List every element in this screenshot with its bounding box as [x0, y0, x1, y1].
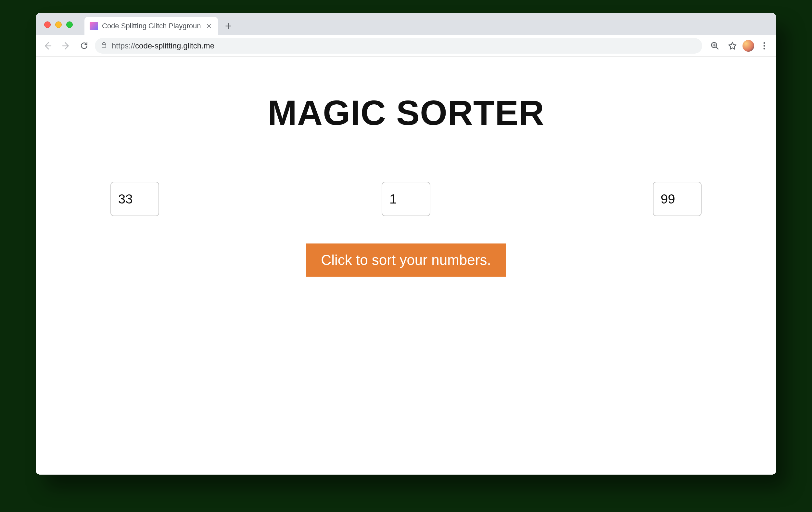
zoom-indicator-button[interactable] — [707, 38, 722, 53]
number-inputs-row — [110, 182, 702, 216]
url-scheme: https:// — [112, 41, 135, 50]
new-tab-button[interactable] — [221, 19, 235, 33]
svg-point-1 — [763, 42, 765, 44]
page-content: MAGIC SORTER Click to sort your numbers. — [36, 57, 776, 475]
url-text: https://code-splitting.glitch.me — [112, 41, 214, 50]
browser-toolbar: https://code-splitting.glitch.me — [36, 35, 776, 57]
magnifier-plus-icon — [710, 41, 720, 51]
close-icon — [206, 23, 212, 29]
number-input-1[interactable] — [110, 182, 159, 216]
reload-icon — [79, 41, 89, 51]
svg-point-2 — [763, 45, 765, 47]
browser-tab[interactable]: Code Splitting Glitch Playgroun — [84, 17, 218, 35]
tab-close-button[interactable] — [205, 22, 213, 30]
forward-button[interactable] — [58, 38, 74, 53]
url-host: code-splitting.glitch.me — [135, 41, 214, 50]
number-input-2[interactable] — [382, 182, 430, 216]
toolbar-right — [707, 38, 772, 53]
window-close-button[interactable] — [44, 22, 51, 28]
address-bar[interactable]: https://code-splitting.glitch.me — [95, 38, 702, 54]
bookmark-button[interactable] — [725, 38, 740, 53]
browser-window: Code Splitting Glitch Playgroun — [36, 13, 776, 475]
window-zoom-button[interactable] — [66, 22, 73, 28]
sort-button[interactable]: Click to sort your numbers. — [306, 243, 506, 277]
star-icon — [728, 41, 737, 51]
kebab-menu-button[interactable] — [757, 38, 772, 53]
back-button[interactable] — [40, 38, 55, 53]
dots-vertical-icon — [759, 41, 769, 51]
page-title: MAGIC SORTER — [268, 92, 544, 133]
arrow-right-icon — [61, 41, 71, 51]
arrow-left-icon — [43, 41, 53, 51]
tab-favicon — [90, 22, 98, 30]
number-input-3[interactable] — [653, 182, 702, 216]
profile-avatar[interactable] — [743, 40, 754, 52]
window-minimize-button[interactable] — [55, 22, 62, 28]
reload-button[interactable] — [77, 38, 92, 53]
tab-title: Code Splitting Glitch Playgroun — [102, 22, 201, 30]
traffic-lights — [44, 22, 73, 28]
lock-icon — [101, 42, 107, 50]
plus-icon — [225, 22, 232, 30]
svg-point-3 — [763, 48, 765, 49]
tab-strip: Code Splitting Glitch Playgroun — [36, 13, 776, 35]
